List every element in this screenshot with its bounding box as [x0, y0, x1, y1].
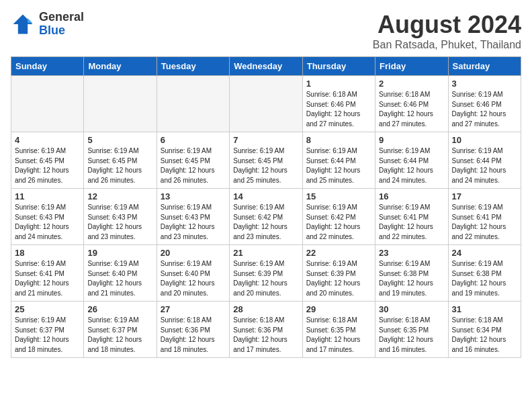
day-info: Sunrise: 6:19 AMSunset: 6:37 PMDaylight:…	[15, 316, 80, 355]
calendar-cell: 23Sunrise: 6:19 AMSunset: 6:38 PMDayligh…	[375, 245, 448, 302]
day-header-wednesday: Wednesday	[230, 57, 302, 76]
logo-general: General	[39, 11, 84, 24]
day-header-friday: Friday	[375, 57, 448, 76]
day-number: 26	[87, 304, 152, 314]
month-title: August 2024	[373, 11, 521, 39]
calendar-cell: 3Sunrise: 6:19 AMSunset: 6:46 PMDaylight…	[448, 76, 521, 132]
svg-marker-1	[28, 18, 32, 23]
calendar-cell: 5Sunrise: 6:19 AMSunset: 6:45 PMDaylight…	[84, 132, 157, 189]
calendar-cell: 1Sunrise: 6:18 AMSunset: 6:46 PMDaylight…	[302, 76, 375, 132]
day-info: Sunrise: 6:19 AMSunset: 6:41 PMDaylight:…	[452, 203, 517, 242]
day-number: 4	[15, 135, 80, 145]
day-info: Sunrise: 6:19 AMSunset: 6:46 PMDaylight:…	[452, 90, 517, 129]
svg-marker-0	[13, 14, 33, 34]
calendar-cell	[230, 76, 302, 132]
day-info: Sunrise: 6:18 AMSunset: 6:35 PMDaylight:…	[306, 316, 371, 355]
week-row-4: 18Sunrise: 6:19 AMSunset: 6:41 PMDayligh…	[11, 245, 521, 302]
day-info: Sunrise: 6:18 AMSunset: 6:35 PMDaylight:…	[379, 316, 444, 355]
day-info: Sunrise: 6:19 AMSunset: 6:42 PMDaylight:…	[233, 203, 298, 242]
day-info: Sunrise: 6:19 AMSunset: 6:43 PMDaylight:…	[87, 203, 152, 242]
logo-text: General Blue	[39, 11, 84, 38]
calendar-cell: 12Sunrise: 6:19 AMSunset: 6:43 PMDayligh…	[84, 189, 157, 245]
week-row-2: 4Sunrise: 6:19 AMSunset: 6:45 PMDaylight…	[11, 132, 521, 189]
day-number: 23	[379, 248, 444, 258]
calendar-cell: 25Sunrise: 6:19 AMSunset: 6:37 PMDayligh…	[11, 302, 84, 358]
calendar-cell: 22Sunrise: 6:19 AMSunset: 6:39 PMDayligh…	[302, 245, 375, 302]
day-number: 22	[306, 248, 371, 258]
day-number: 7	[233, 135, 298, 145]
day-info: Sunrise: 6:19 AMSunset: 6:44 PMDaylight:…	[452, 146, 517, 185]
calendar-cell: 11Sunrise: 6:19 AMSunset: 6:43 PMDayligh…	[11, 189, 84, 245]
logo: General Blue	[11, 11, 84, 38]
day-number: 19	[87, 248, 152, 258]
day-number: 14	[233, 191, 298, 201]
day-info: Sunrise: 6:19 AMSunset: 6:37 PMDaylight:…	[87, 316, 152, 355]
calendar-cell	[157, 76, 229, 132]
calendar-cell: 20Sunrise: 6:19 AMSunset: 6:40 PMDayligh…	[157, 245, 229, 302]
day-info: Sunrise: 6:19 AMSunset: 6:39 PMDaylight:…	[306, 259, 371, 298]
calendar-cell: 4Sunrise: 6:19 AMSunset: 6:45 PMDaylight…	[11, 132, 84, 189]
calendar-cell: 29Sunrise: 6:18 AMSunset: 6:35 PMDayligh…	[302, 302, 375, 358]
calendar-cell: 13Sunrise: 6:19 AMSunset: 6:43 PMDayligh…	[157, 189, 229, 245]
day-info: Sunrise: 6:19 AMSunset: 6:44 PMDaylight:…	[379, 146, 444, 185]
week-row-3: 11Sunrise: 6:19 AMSunset: 6:43 PMDayligh…	[11, 189, 521, 245]
day-info: Sunrise: 6:19 AMSunset: 6:38 PMDaylight:…	[452, 259, 517, 298]
calendar-cell	[84, 76, 157, 132]
day-number: 27	[161, 304, 226, 314]
day-number: 29	[306, 304, 371, 314]
calendar-cell: 16Sunrise: 6:19 AMSunset: 6:41 PMDayligh…	[375, 189, 448, 245]
calendar-cell: 27Sunrise: 6:18 AMSunset: 6:36 PMDayligh…	[157, 302, 229, 358]
day-number: 6	[161, 135, 226, 145]
title-block: August 2024 Ban Ratsada, Phuket, Thailan…	[373, 11, 521, 51]
calendar-cell: 2Sunrise: 6:18 AMSunset: 6:46 PMDaylight…	[375, 76, 448, 132]
week-row-1: 1Sunrise: 6:18 AMSunset: 6:46 PMDaylight…	[11, 76, 521, 132]
day-info: Sunrise: 6:19 AMSunset: 6:45 PMDaylight:…	[161, 146, 226, 185]
day-number: 3	[452, 79, 517, 89]
day-info: Sunrise: 6:18 AMSunset: 6:46 PMDaylight:…	[306, 90, 371, 129]
day-info: Sunrise: 6:18 AMSunset: 6:36 PMDaylight:…	[233, 316, 298, 355]
day-number: 17	[452, 191, 517, 201]
calendar-cell: 15Sunrise: 6:19 AMSunset: 6:42 PMDayligh…	[302, 189, 375, 245]
day-number: 5	[87, 135, 152, 145]
calendar-cell: 24Sunrise: 6:19 AMSunset: 6:38 PMDayligh…	[448, 245, 521, 302]
calendar-cell: 6Sunrise: 6:19 AMSunset: 6:45 PMDaylight…	[157, 132, 229, 189]
day-info: Sunrise: 6:19 AMSunset: 6:45 PMDaylight:…	[15, 146, 80, 185]
week-row-5: 25Sunrise: 6:19 AMSunset: 6:37 PMDayligh…	[11, 302, 521, 358]
calendar-cell: 7Sunrise: 6:19 AMSunset: 6:45 PMDaylight…	[230, 132, 302, 189]
page-header: General Blue August 2024 Ban Ratsada, Ph…	[11, 11, 521, 51]
calendar-cell: 31Sunrise: 6:18 AMSunset: 6:34 PMDayligh…	[448, 302, 521, 358]
day-info: Sunrise: 6:19 AMSunset: 6:45 PMDaylight:…	[87, 146, 152, 185]
day-info: Sunrise: 6:19 AMSunset: 6:43 PMDaylight:…	[161, 203, 226, 242]
day-header-saturday: Saturday	[448, 57, 521, 76]
day-info: Sunrise: 6:19 AMSunset: 6:42 PMDaylight:…	[306, 203, 371, 242]
day-number: 21	[233, 248, 298, 258]
day-number: 10	[452, 135, 517, 145]
day-info: Sunrise: 6:19 AMSunset: 6:43 PMDaylight:…	[15, 203, 80, 242]
day-info: Sunrise: 6:19 AMSunset: 6:45 PMDaylight:…	[233, 146, 298, 185]
day-number: 24	[452, 248, 517, 258]
calendar-cell: 18Sunrise: 6:19 AMSunset: 6:41 PMDayligh…	[11, 245, 84, 302]
calendar-cell: 19Sunrise: 6:19 AMSunset: 6:40 PMDayligh…	[84, 245, 157, 302]
day-number: 2	[379, 79, 444, 89]
calendar-table: SundayMondayTuesdayWednesdayThursdayFrid…	[11, 56, 521, 358]
day-number: 30	[379, 304, 444, 314]
day-info: Sunrise: 6:19 AMSunset: 6:44 PMDaylight:…	[306, 146, 371, 185]
day-header-sunday: Sunday	[11, 57, 84, 76]
calendar-cell: 10Sunrise: 6:19 AMSunset: 6:44 PMDayligh…	[448, 132, 521, 189]
day-number: 16	[379, 191, 444, 201]
calendar-cell: 8Sunrise: 6:19 AMSunset: 6:44 PMDaylight…	[302, 132, 375, 189]
day-header-thursday: Thursday	[302, 57, 375, 76]
day-header-monday: Monday	[84, 57, 157, 76]
day-number: 12	[87, 191, 152, 201]
calendar-cell: 14Sunrise: 6:19 AMSunset: 6:42 PMDayligh…	[230, 189, 302, 245]
day-number: 15	[306, 191, 371, 201]
day-info: Sunrise: 6:18 AMSunset: 6:34 PMDaylight:…	[452, 316, 517, 355]
calendar-cell: 9Sunrise: 6:19 AMSunset: 6:44 PMDaylight…	[375, 132, 448, 189]
day-info: Sunrise: 6:19 AMSunset: 6:38 PMDaylight:…	[379, 259, 444, 298]
day-number: 1	[306, 79, 371, 89]
calendar-cell: 30Sunrise: 6:18 AMSunset: 6:35 PMDayligh…	[375, 302, 448, 358]
logo-blue: Blue	[39, 24, 84, 38]
day-header-tuesday: Tuesday	[157, 57, 229, 76]
day-info: Sunrise: 6:19 AMSunset: 6:40 PMDaylight:…	[87, 259, 152, 298]
calendar-cell: 26Sunrise: 6:19 AMSunset: 6:37 PMDayligh…	[84, 302, 157, 358]
